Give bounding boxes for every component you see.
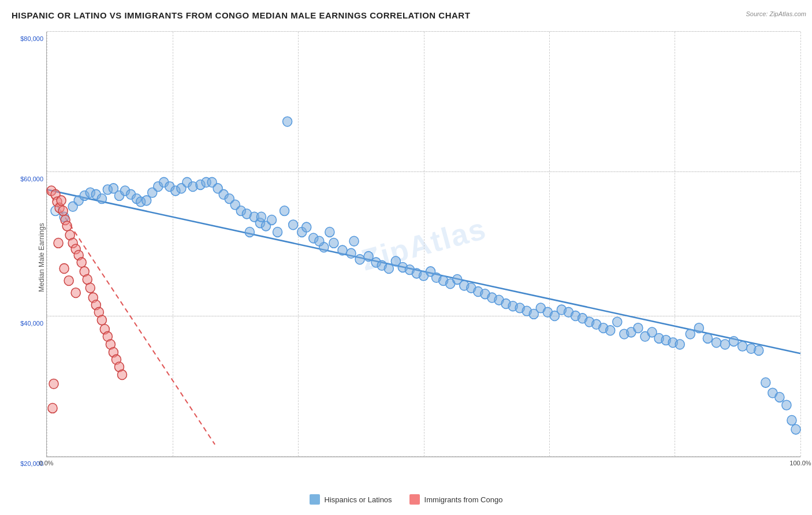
svg-point-147 (59, 264, 69, 274)
y-tick-40000: $40,000 (20, 320, 43, 327)
svg-point-144 (49, 379, 58, 389)
svg-point-113 (256, 212, 266, 222)
svg-point-121 (57, 196, 66, 206)
svg-point-115 (289, 220, 298, 230)
legend-box-hispanic (310, 494, 320, 505)
svg-point-100 (738, 341, 747, 351)
legend-item-hispanic: Hispanics or Latinos (310, 494, 392, 505)
legend-label-congo: Immigrants from Congo (424, 495, 503, 504)
svg-point-111 (325, 227, 334, 237)
plot-area: ZipAtlas $20,000 $40,000 $60,000 $80,000 (46, 32, 800, 457)
svg-point-47 (355, 255, 364, 264)
svg-point-83 (606, 326, 615, 335)
svg-point-109 (315, 236, 324, 246)
svg-point-114 (280, 206, 289, 216)
svg-point-149 (71, 288, 80, 298)
svg-point-143 (117, 370, 126, 380)
svg-point-87 (634, 323, 643, 333)
svg-point-124 (62, 221, 72, 231)
y-tick-80000: $80,000 (20, 35, 43, 42)
svg-point-96 (703, 334, 712, 344)
svg-point-45 (338, 245, 347, 255)
svg-point-98 (720, 339, 729, 349)
svg-point-110 (349, 236, 359, 246)
svg-point-93 (675, 339, 684, 349)
bottom-legend: Hispanics or Latinos Immigrants from Con… (0, 494, 812, 505)
y-axis-label: Median Male Earnings (38, 223, 46, 292)
svg-point-122 (58, 206, 68, 216)
x-tick-0: 0.0% (39, 460, 53, 467)
svg-point-44 (329, 238, 338, 248)
svg-point-39 (273, 227, 282, 237)
svg-point-95 (694, 323, 703, 333)
svg-point-146 (54, 238, 63, 248)
svg-point-9 (97, 194, 106, 204)
svg-point-103 (761, 378, 770, 387)
svg-point-112 (245, 227, 254, 237)
svg-point-84 (613, 317, 622, 327)
x-axis-labels: 0.0% 100.0% (46, 460, 800, 471)
svg-point-105 (775, 393, 784, 402)
legend-item-congo: Immigrants from Congo (409, 494, 503, 505)
svg-point-145 (48, 403, 57, 413)
svg-point-97 (712, 338, 721, 348)
chart-container: HISPANIC OR LATINO VS IMMIGRANTS FROM CO… (0, 0, 812, 515)
svg-point-116 (302, 222, 311, 232)
svg-point-46 (347, 248, 356, 258)
svg-point-38 (267, 215, 276, 225)
svg-point-99 (729, 337, 739, 346)
svg-point-51 (384, 264, 393, 274)
svg-point-148 (64, 276, 73, 286)
svg-point-136 (97, 315, 106, 325)
svg-point-40 (283, 117, 292, 126)
grid-v-6 (800, 32, 801, 457)
svg-point-107 (787, 416, 796, 426)
legend-box-congo (409, 494, 420, 505)
chart-title: HISPANIC OR LATINO VS IMMIGRANTS FROM CO… (12, 10, 720, 20)
legend-label-hispanic: Hispanics or Latinos (325, 495, 392, 504)
source-label: Source: ZipAtlas.com (746, 10, 806, 17)
svg-point-108 (791, 424, 800, 434)
svg-point-132 (85, 283, 95, 293)
svg-point-106 (782, 400, 791, 410)
scatter-svg (47, 32, 800, 457)
x-tick-100: 100.0% (789, 460, 811, 467)
svg-point-102 (754, 346, 763, 356)
svg-point-94 (686, 329, 695, 339)
y-tick-60000: $60,000 (20, 176, 43, 182)
svg-line-1 (47, 189, 215, 445)
svg-point-129 (77, 258, 86, 267)
